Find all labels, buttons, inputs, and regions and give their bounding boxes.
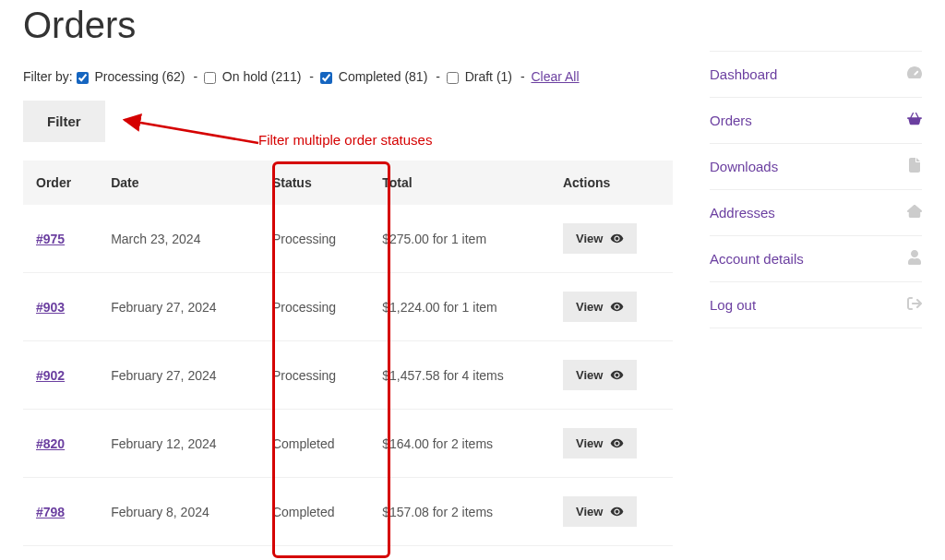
svg-line-1 [125,120,258,143]
order-date: March 23, 2024 [98,205,259,273]
order-status: Completed [259,546,369,561]
order-total: $157.08 for 2 items [369,478,550,546]
clear-all-link[interactable]: Clear All [531,69,579,84]
order-link[interactable]: #798 [36,505,65,519]
filter-option-draft[interactable]: Draft (1) [447,69,512,84]
filter-separator: - [190,69,201,84]
order-total: $164.00 for 2 items [369,410,550,478]
table-row: #975March 23, 2024Processing$275.00 for … [23,205,673,273]
view-button-label: View [576,300,603,314]
user-icon [907,250,922,268]
order-total: $1,457.58 for 4 items [369,341,550,410]
home-icon [907,204,922,221]
view-button[interactable]: View [563,223,637,254]
sidebar-item-label: Orders [710,113,752,128]
sidebar-item-log-out[interactable]: Log out [710,282,922,328]
file-icon [907,158,922,175]
filter-by-row: Filter by: Processing (62) - On hold (21… [23,69,673,84]
table-row: #798February 8, 2024Completed$157.08 for… [23,478,673,546]
view-button-label: View [576,436,603,450]
view-button-label: View [576,368,603,382]
filter-separator: - [517,69,528,84]
filter-checkbox-processing[interactable] [77,72,89,84]
order-date: February 27, 2024 [98,341,259,410]
table-header-row: Order Date Status Total Actions [23,161,673,205]
order-link[interactable]: #820 [36,436,65,451]
col-total: Total [369,161,550,205]
sidebar-item-label: Log out [710,297,756,313]
filter-by-label: Filter by: [23,69,73,84]
sidebar-item-label: Addresses [710,205,775,220]
eye-icon [610,368,624,382]
sidebar-item-label: Account details [710,251,804,267]
sidebar-item-account-details[interactable]: Account details [710,236,922,282]
order-date: February 12, 2024 [98,410,259,478]
filter-checkbox-completed[interactable] [320,72,332,84]
order-link[interactable]: #975 [36,232,65,246]
eye-icon [610,436,624,450]
view-button[interactable]: View [563,428,637,459]
col-actions: Actions [550,161,673,205]
view-button-label: View [576,232,603,245]
order-total: $1,224.00 for 1 item [369,273,550,341]
orders-table: Order Date Status Total Actions #975Marc… [23,161,673,560]
eye-icon [610,232,624,245]
order-date: February 8, 2024 [98,478,259,546]
col-date: Date [98,161,259,205]
view-button[interactable]: View [563,360,637,390]
filter-option-completed[interactable]: Completed (81) [320,69,427,84]
view-button[interactable]: View [563,496,637,527]
sidebar-item-label: Downloads [710,159,778,174]
eye-icon [610,505,624,518]
view-button[interactable]: View [563,292,637,322]
filter-checkbox-on-hold[interactable] [204,72,216,84]
order-status: Completed [259,478,369,546]
order-status: Processing [259,273,369,341]
eye-icon [610,300,624,314]
table-row: #902February 27, 2024Processing$1,457.58… [23,341,673,410]
sidebar-item-label: Dashboard [710,66,777,82]
page-title: Orders [23,5,673,46]
col-status: Status [259,161,369,205]
sidebar-item-downloads[interactable]: Downloads [710,144,922,190]
order-status: Processing [259,341,369,410]
order-total: $275.00 for 1 item [369,205,550,273]
order-link[interactable]: #903 [36,300,65,315]
order-link[interactable]: #902 [36,368,65,383]
order-date: February 27, 2024 [98,273,259,341]
filter-option-on-hold[interactable]: On hold (211) [204,69,302,84]
filter-button[interactable]: Filter [23,101,105,142]
filter-checkbox-draft[interactable] [447,72,459,84]
annotation-arrow [115,106,263,152]
table-row: #903February 27, 2024Processing$1,224.00… [23,273,673,341]
basket-icon [907,112,922,129]
view-button-label: View [576,505,603,518]
sidebar-item-orders[interactable]: Orders [710,98,922,144]
order-status: Completed [259,410,369,478]
filter-separator: - [305,69,317,84]
table-row: #820February 12, 2024Completed$164.00 fo… [23,410,673,478]
order-status: Processing [259,205,369,273]
annotation-text: Filter multiple order statuses [258,132,432,148]
order-date: February 8, 2024 [98,546,259,561]
filter-option-processing[interactable]: Processing (62) [77,69,185,84]
filter-separator: - [432,69,443,84]
dashboard-icon [907,66,922,83]
sidebar-item-addresses[interactable]: Addresses [710,190,922,236]
col-order: Order [23,161,98,205]
logout-icon [907,296,922,314]
table-row: #797February 8, 2024Completed$157.08 for… [23,546,673,561]
order-total: $157.08 for 1 item [369,546,550,561]
sidebar-item-dashboard[interactable]: Dashboard [710,52,922,98]
account-sidebar: DashboardOrdersDownloadsAddressesAccount… [710,0,922,560]
